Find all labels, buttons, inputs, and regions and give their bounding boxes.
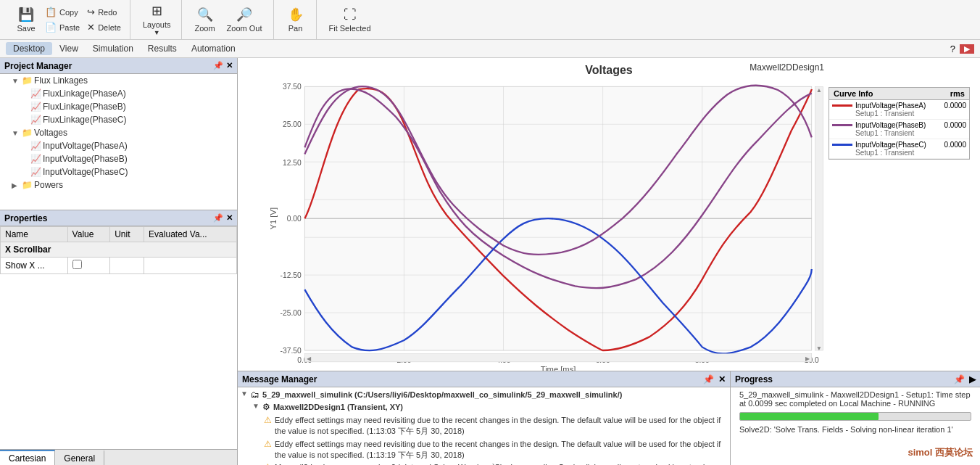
progress-bar-container: [734, 409, 977, 424]
message-manager: Message Manager 📌 ✕ ▼ 🗂 5_29_maxwell_sim…: [238, 371, 731, 465]
project-manager-header: Project Manager 📌 ✕: [0, 58, 237, 74]
menu-simulation[interactable]: Simulation: [86, 42, 141, 55]
legend-rms-a: 0.0000: [934, 102, 966, 110]
folder-icon-powers: 📁: [22, 180, 33, 190]
warning-icon-2: ⚠: [264, 439, 272, 449]
redo-button[interactable]: ↪ Redo: [84, 5, 124, 19]
redo-label: Redo: [98, 8, 117, 17]
message-content: ▼ 🗂 5_29_maxwell_simulink (C:/Users/liyi…: [238, 387, 730, 465]
tab-general[interactable]: General: [55, 450, 104, 465]
close-panel-button[interactable]: ✕: [226, 61, 233, 70]
expander-powers[interactable]: ▶: [12, 181, 20, 189]
legend-name-a: InputVoltage(PhaseA): [855, 102, 934, 110]
props-header-icons: 📌 ✕: [213, 213, 233, 223]
legend-row-a: InputVoltage(PhaseA) 0.0000 Setup1 : Tra…: [829, 100, 969, 120]
svg-text:▼: ▼: [816, 345, 822, 352]
legend-row-c: InputVoltage(PhaseC) 0.0000 Setup1 : Tra…: [829, 139, 969, 159]
layouts-icon: ⊞: [151, 3, 162, 19]
toolbar-group-fit: ⛶ Fit Selected: [318, 0, 382, 39]
props-close-button[interactable]: ✕: [226, 213, 233, 223]
progress-header-icons: 📌 ▶: [954, 374, 976, 384]
chart-area: Voltages Maxwell2DDesign1: [238, 58, 980, 371]
paste-button[interactable]: 📄 Paste: [42, 20, 83, 34]
properties-content: Name Value Unit Evaluated Va... X Scroll…: [0, 226, 237, 449]
warning-icon-1: ⚠: [264, 415, 272, 425]
msg-expand-design[interactable]: ▼: [252, 402, 259, 410]
msg-close-button[interactable]: ✕: [718, 374, 726, 384]
help-button[interactable]: ?: [946, 44, 960, 54]
expander-voltages[interactable]: ▼: [12, 129, 20, 137]
menu-view[interactable]: View: [52, 42, 86, 55]
msg-warn-3: ⚠ Maxwell2d solver, process solver2d: In…: [241, 461, 727, 465]
msg-expand-project[interactable]: ▼: [241, 390, 248, 398]
svg-text:0.00: 0.00: [287, 215, 302, 223]
legend-header: Curve Info rms: [829, 88, 969, 100]
tree-item-volt-b[interactable]: 📈 InputVoltage(PhaseB): [0, 152, 237, 165]
props-pin-button[interactable]: 📌: [213, 213, 223, 223]
tree-item-flux-c[interactable]: 📈 FluxLinkage(PhaseC): [0, 113, 237, 126]
toolbar-group-pan: ✋ Pan: [275, 0, 317, 39]
progress-expand-button[interactable]: ▶: [969, 374, 976, 384]
tab-cartesian[interactable]: Cartesian: [0, 450, 55, 465]
tree-item-powers[interactable]: ▶ 📁 Powers: [0, 178, 237, 192]
volt-b-label: InputVoltage(PhaseB): [43, 154, 128, 164]
msg-pin-button[interactable]: 📌: [703, 374, 714, 384]
voltages-label: Voltages: [34, 128, 67, 138]
legend-line-b: [832, 124, 852, 126]
svg-text:Y1 [V]: Y1 [V]: [269, 207, 278, 229]
progress-header: Progress 📌 ▶: [731, 371, 980, 387]
col-evaluated: Evaluated Va...: [144, 227, 237, 242]
tree-item-flux-b[interactable]: 📈 FluxLinkage(PhaseB): [0, 100, 237, 113]
col-value: Value: [67, 227, 110, 242]
copy-button[interactable]: 📋 Copy: [42, 5, 83, 19]
powers-label: Powers: [34, 180, 63, 190]
menu-results[interactable]: Results: [141, 42, 184, 55]
design-label: Maxwell2DDesign1: [749, 62, 824, 73]
tree-item-volt-a[interactable]: 📈 InputVoltage(PhaseA): [0, 139, 237, 152]
progress-pin-button[interactable]: 📌: [954, 374, 965, 384]
layouts-button[interactable]: ⊞ Layouts ▼: [138, 0, 176, 40]
tree-item-flux-a[interactable]: 📈 FluxLinkage(PhaseA): [0, 87, 237, 100]
legend-row-b: InputVoltage(PhaseB) 0.0000 Setup1 : Tra…: [829, 120, 969, 139]
toolbar-group-zoom: 🔍 Zoom 🔎 Zoom Out: [183, 0, 273, 39]
menu-desktop[interactable]: Desktop: [6, 42, 52, 55]
msg-project-text: 5_29_maxwell_simulink (C:/Users/liyi6/De…: [262, 390, 727, 400]
properties-table: Name Value Unit Evaluated Va... X Scroll…: [0, 226, 237, 274]
menu-automation[interactable]: Automation: [184, 42, 243, 55]
layouts-arrow: ▼: [154, 29, 160, 36]
tree-item-voltages[interactable]: ▼ 📁 Voltages: [0, 126, 237, 139]
show-x-checkbox[interactable]: [72, 260, 82, 269]
pin-button[interactable]: 📌: [213, 61, 223, 70]
toolbar-group-save: 💾 Save 📋 Copy 📄 Paste ↪ Redo ✕ Delete: [6, 0, 130, 39]
zoom-label: Zoom: [194, 24, 215, 33]
message-manager-header: Message Manager 📌 ✕: [238, 371, 730, 387]
show-x-unit: [110, 258, 144, 274]
flux-a-label: FluxLinkage(PhaseA): [43, 89, 126, 99]
tree-item-volt-c[interactable]: 📈 InputVoltage(PhaseC): [0, 165, 237, 178]
expander-flux-linkages[interactable]: ▼: [12, 77, 20, 85]
zoom-button[interactable]: 🔍 Zoom: [189, 3, 220, 36]
zoom-out-button[interactable]: 🔎 Zoom Out: [222, 3, 267, 36]
col-unit: Unit: [110, 227, 144, 242]
chart-icon-volt-b: 📈: [30, 154, 41, 164]
legend-sub-a: Setup1 : Transient: [832, 110, 966, 118]
chart-legend: Curve Info rms InputVoltage(PhaseA) 0.00…: [829, 87, 970, 160]
pan-button[interactable]: ✋ Pan: [281, 3, 310, 36]
delete-button[interactable]: ✕ Delete: [84, 20, 124, 34]
paste-icon: 📄: [45, 22, 57, 33]
chart-icon-flux-c: 📈: [30, 115, 41, 125]
legend-sub-c: Setup1 : Transient: [832, 149, 966, 157]
svg-text:25.00: 25.00: [283, 120, 302, 128]
save-button[interactable]: 💾 Save: [12, 3, 41, 36]
svg-text:12.50: 12.50: [283, 159, 302, 167]
svg-text:-12.50: -12.50: [281, 271, 302, 279]
fit-selected-button[interactable]: ⛶ Fit Selected: [324, 4, 376, 36]
show-x-value[interactable]: [67, 258, 110, 274]
project-icon: 🗂: [251, 390, 259, 400]
volt-c-label: InputVoltage(PhaseC): [43, 167, 128, 177]
tree-item-flux-linkages[interactable]: ▼ 📁 Flux Linkages: [0, 74, 237, 87]
chart-icon-volt-c: 📈: [30, 167, 41, 177]
redo-delete-group: ↪ Redo ✕ Delete: [84, 5, 124, 34]
legend-sub-b: Setup1 : Transient: [832, 129, 966, 137]
close-app-button[interactable]: ▶: [960, 44, 974, 54]
